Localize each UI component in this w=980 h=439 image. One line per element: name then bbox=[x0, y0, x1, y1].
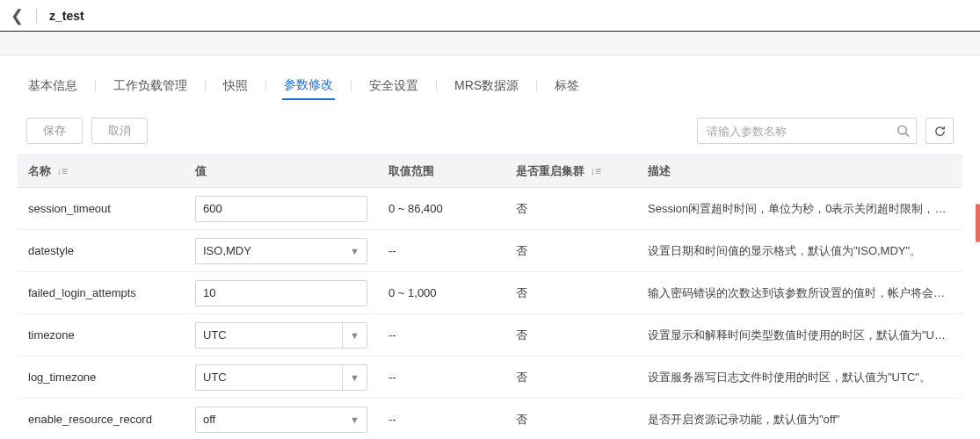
param-range: -- bbox=[378, 413, 505, 426]
param-range: 0 ~ 86,400 bbox=[378, 202, 505, 215]
param-value-select[interactable]: UTC▼ bbox=[195, 364, 367, 391]
param-restart: 否 bbox=[505, 370, 637, 385]
param-range: -- bbox=[378, 371, 505, 384]
param-restart: 否 bbox=[505, 201, 637, 217]
param-value-cell: off▼ bbox=[185, 407, 378, 433]
param-value-cell: UTC▼ bbox=[185, 364, 378, 391]
table-row: failed_login_attempts0 ~ 1,000否输入密码错误的次数… bbox=[18, 272, 962, 314]
param-restart: 否 bbox=[505, 412, 637, 428]
table-row: enable_resource_recordoff▼--否是否开启资源记录功能，… bbox=[18, 399, 962, 439]
col-value-label: 值 bbox=[195, 163, 207, 179]
tab-2[interactable]: 快照 bbox=[221, 73, 250, 99]
param-restart: 否 bbox=[505, 243, 637, 259]
param-desc: 设置日期和时间值的显示格式，默认值为"ISO,MDY"。 bbox=[637, 230, 962, 272]
select-label: off bbox=[203, 413, 215, 426]
sort-icon[interactable]: ↓≡ bbox=[56, 166, 68, 176]
param-desc: Session闲置超时时间，单位为秒，0表示关闭超时限制，默认值为600秒... bbox=[637, 188, 962, 230]
table-header: 名称 ↓≡ 值 取值范围 是否重启集群 ↓≡ 描述 bbox=[18, 155, 962, 188]
param-value-select[interactable]: UTC▼ bbox=[195, 322, 367, 349]
col-value: 值 bbox=[185, 163, 378, 179]
table-body: session_timeout0 ~ 86,400否Session闲置超时时间，… bbox=[18, 188, 962, 439]
col-desc-label: 描述 bbox=[648, 163, 671, 179]
param-range: 0 ~ 1,000 bbox=[378, 286, 505, 299]
param-desc: 设置显示和解释时间类型数值时使用的时区，默认值为"UTC"。 bbox=[637, 314, 962, 356]
table-row: timezoneUTC▼--否设置显示和解释时间类型数值时使用的时区，默认值为"… bbox=[18, 314, 962, 356]
tab-1[interactable]: 工作负载管理 bbox=[112, 73, 189, 99]
save-button[interactable]: 保存 bbox=[26, 118, 83, 144]
param-value-cell bbox=[185, 196, 378, 222]
tab-separator bbox=[351, 80, 352, 92]
toolbar: 保存 取消 bbox=[18, 109, 962, 155]
tab-separator bbox=[536, 80, 537, 92]
param-name: failed_login_attempts bbox=[18, 286, 185, 299]
col-desc: 描述 bbox=[637, 163, 962, 179]
param-value-cell: UTC▼ bbox=[185, 322, 378, 349]
back-button[interactable]: ❮ bbox=[11, 6, 24, 25]
tab-separator bbox=[436, 80, 437, 92]
col-restart-label: 是否重启集群 bbox=[516, 163, 584, 179]
col-name-label: 名称 bbox=[28, 163, 51, 179]
table-row: session_timeout0 ~ 86,400否Session闲置超时时间，… bbox=[18, 188, 962, 230]
param-restart: 否 bbox=[505, 285, 637, 301]
param-name: session_timeout bbox=[18, 202, 185, 215]
table-row: log_timezoneUTC▼--否设置服务器写日志文件时使用的时区，默认值为… bbox=[18, 356, 962, 399]
chevron-down-icon[interactable]: ▼ bbox=[350, 414, 359, 425]
select-label: UTC bbox=[203, 371, 227, 384]
tab-3[interactable]: 参数修改 bbox=[282, 72, 335, 100]
param-desc: 设置服务器写日志文件时使用的时区，默认值为"UTC"。 bbox=[637, 356, 962, 399]
vertical-separator bbox=[36, 9, 37, 23]
tab-separator bbox=[205, 80, 206, 92]
select-label: UTC bbox=[203, 328, 227, 342]
param-name: log_timezone bbox=[18, 371, 185, 384]
param-value-input[interactable] bbox=[195, 196, 367, 222]
tab-0[interactable]: 基本信息 bbox=[26, 73, 79, 99]
tab-5[interactable]: MRS数据源 bbox=[453, 73, 520, 99]
table-row: datestyleISO,MDY▼--否设置日期和时间值的显示格式，默认值为"I… bbox=[18, 230, 962, 272]
refresh-button[interactable] bbox=[926, 118, 954, 144]
param-restart: 否 bbox=[505, 327, 637, 343]
param-name: timezone bbox=[18, 328, 185, 342]
param-range: -- bbox=[378, 328, 505, 342]
param-desc: 输入密码错误的次数达到该参数所设置的值时，帐户将会被自动锁定。... bbox=[637, 272, 962, 314]
tab-6[interactable]: 标签 bbox=[553, 73, 581, 99]
chevron-down-icon[interactable]: ▼ bbox=[342, 323, 359, 348]
param-range: -- bbox=[378, 244, 505, 257]
scrollbar-thumb[interactable] bbox=[976, 204, 980, 242]
col-range-label: 取值范围 bbox=[388, 163, 434, 179]
sort-icon[interactable]: ↓≡ bbox=[590, 166, 601, 176]
chevron-down-icon[interactable]: ▼ bbox=[342, 365, 359, 390]
param-name: enable_resource_record bbox=[18, 413, 185, 426]
col-restart[interactable]: 是否重启集群 ↓≡ bbox=[505, 163, 637, 179]
tab-bar: 基本信息工作负载管理快照参数修改安全设置MRS数据源标签 bbox=[18, 56, 962, 109]
header-spacer bbox=[0, 32, 980, 56]
param-name: datestyle bbox=[18, 244, 185, 257]
search-icon[interactable] bbox=[897, 125, 910, 138]
col-range: 取值范围 bbox=[378, 163, 505, 179]
top-bar: ❮ z_test bbox=[0, 0, 980, 32]
search-wrap bbox=[697, 118, 917, 144]
svg-point-0 bbox=[898, 126, 906, 133]
cancel-button[interactable]: 取消 bbox=[91, 118, 148, 144]
tab-separator bbox=[95, 80, 96, 92]
tab-separator bbox=[265, 80, 266, 92]
params-table: 名称 ↓≡ 值 取值范围 是否重启集群 ↓≡ 描述 session_timeou… bbox=[18, 155, 962, 439]
param-desc: 是否开启资源记录功能，默认值为"off" bbox=[637, 399, 962, 440]
main-panel: 基本信息工作负载管理快照参数修改安全设置MRS数据源标签 保存 取消 名称 ↓≡… bbox=[18, 56, 962, 439]
page-title: z_test bbox=[49, 9, 84, 23]
svg-line-1 bbox=[905, 133, 909, 137]
chevron-down-icon[interactable]: ▼ bbox=[350, 246, 359, 256]
param-value-cell bbox=[185, 280, 378, 306]
tab-4[interactable]: 安全设置 bbox=[367, 73, 420, 99]
search-input[interactable] bbox=[697, 118, 917, 144]
col-name[interactable]: 名称 ↓≡ bbox=[18, 163, 185, 179]
param-value-cell: ISO,MDY▼ bbox=[185, 238, 378, 264]
param-value-input[interactable] bbox=[195, 280, 367, 306]
param-value-select[interactable]: off▼ bbox=[195, 407, 367, 433]
param-value-select[interactable]: ISO,MDY▼ bbox=[195, 238, 367, 264]
select-label: ISO,MDY bbox=[203, 244, 251, 257]
